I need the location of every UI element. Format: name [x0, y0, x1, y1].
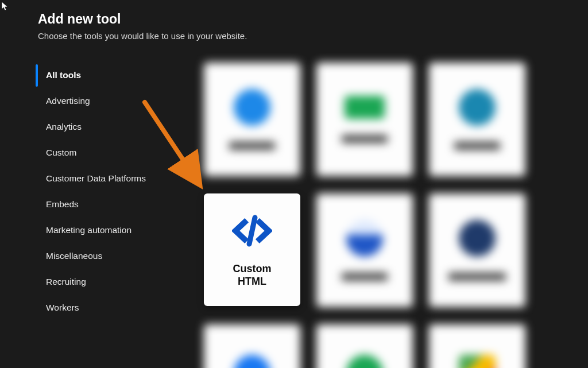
tool-label-blurred [229, 142, 275, 150]
tool-icon [234, 89, 270, 126]
sidebar-item-custom[interactable]: Custom [38, 140, 175, 166]
tool-label-blurred [342, 135, 388, 143]
sidebar-item-label: Miscellaneous [46, 251, 102, 261]
tool-icon [459, 220, 496, 257]
sidebar-item-workers[interactable]: Workers [38, 295, 175, 321]
sidebar-item-label: Advertising [46, 96, 90, 106]
tool-card-blurred[interactable] [204, 324, 300, 368]
tool-icon [345, 96, 385, 119]
sidebar-item-label: Embeds [46, 199, 79, 210]
page-subtitle: Choose the tools you would like to use i… [38, 31, 588, 41]
tool-icon [346, 220, 383, 257]
tool-icon [346, 355, 383, 368]
tool-icon [459, 89, 496, 126]
sidebar-item-label: Analytics [46, 122, 82, 132]
page-title: Add new tool [38, 11, 588, 28]
tool-card-blurred[interactable] [429, 63, 525, 176]
tool-label: Custom HTML [233, 262, 272, 288]
tool-label-blurred [454, 142, 500, 150]
tool-card-blurred[interactable] [429, 193, 525, 307]
tool-icon [234, 355, 270, 368]
sidebar-item-recruiting[interactable]: Recruiting [38, 269, 175, 295]
sidebar-item-label: Marketing automation [46, 225, 131, 235]
tool-card-blurred[interactable] [429, 324, 525, 368]
sidebar-item-label: Recruiting [46, 277, 86, 287]
sidebar-item-analytics[interactable]: Analytics [38, 114, 175, 140]
tool-card-custom-html[interactable]: Custom HTML [204, 193, 300, 306]
tool-label-blurred [342, 273, 388, 281]
code-slash-icon [232, 214, 272, 247]
sidebar-item-miscellaneous[interactable]: Miscellaneous [38, 243, 175, 269]
sidebar-item-embeds[interactable]: Embeds [38, 192, 175, 218]
sidebar-item-advertising[interactable]: Advertising [38, 88, 175, 114]
sidebar-item-label: Workers [46, 303, 79, 313]
sidebar-item-label: Custom [46, 148, 76, 158]
sidebar-item-label: All tools [46, 70, 81, 80]
sidebar-item-customer-data-platforms[interactable]: Customer Data Platforms [38, 166, 175, 192]
page-header: Add new tool Choose the tools you would … [0, 0, 588, 47]
sidebar-item-label: Customer Data Platforms [46, 173, 146, 184]
category-sidebar: All tools Advertising Analytics Custom C… [0, 63, 175, 368]
sidebar-item-marketing-automation[interactable]: Marketing automation [38, 218, 175, 243]
tool-card-blurred[interactable] [316, 324, 413, 368]
tool-card-blurred[interactable] [204, 63, 300, 176]
tool-icon [459, 355, 496, 368]
tool-card-blurred[interactable] [316, 193, 413, 307]
tool-label-blurred [448, 273, 506, 281]
tool-grid: Custom HTML [204, 63, 571, 368]
tool-card-blurred[interactable] [316, 63, 413, 176]
sidebar-item-all-tools[interactable]: All tools [38, 63, 175, 88]
